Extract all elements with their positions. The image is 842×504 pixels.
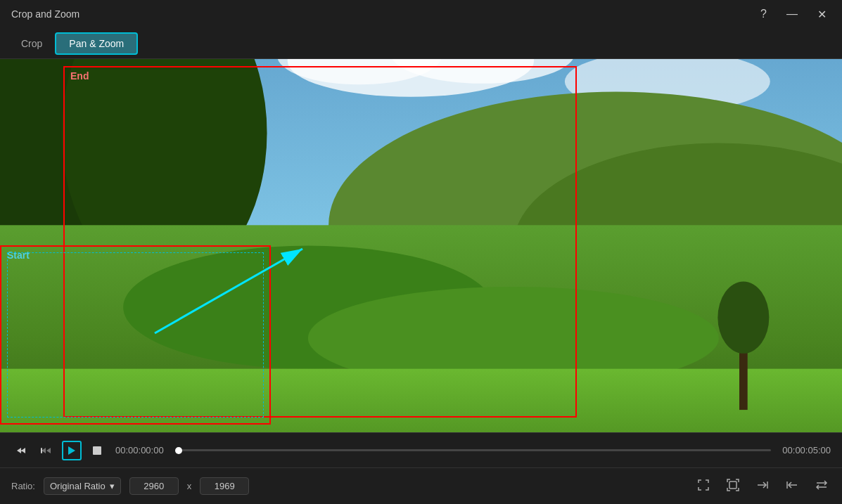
align-left-icon[interactable] [783, 476, 801, 497]
svg-point-15 [717, 282, 769, 354]
time-current: 00:00:00:00 [115, 445, 164, 455]
play-button[interactable] [62, 441, 82, 460]
end-label: End [70, 70, 89, 82]
stop-button[interactable] [87, 441, 107, 460]
ratio-label: Ratio: [11, 481, 35, 491]
dimension-separator: x [187, 481, 192, 491]
ratio-chevron-icon: ▾ [110, 481, 115, 491]
svg-marker-19 [68, 446, 75, 455]
bottom-icons [694, 476, 831, 497]
fit-icon[interactable] [694, 476, 713, 497]
align-right-icon[interactable] [753, 476, 772, 497]
window-title: Crop and Zoom [11, 8, 79, 20]
title-bar: Crop and Zoom ? — ✕ [0, 0, 842, 28]
tab-pan-zoom[interactable]: Pan & Zoom [55, 32, 138, 55]
close-button[interactable]: ✕ [813, 6, 831, 22]
tab-crop[interactable]: Crop [8, 34, 55, 53]
svg-rect-20 [93, 446, 101, 455]
height-input[interactable] [200, 477, 249, 495]
controls-bar: 00:00:00:00 00:00:05:00 [0, 432, 842, 467]
svg-rect-18 [41, 448, 42, 453]
tabs-row: Crop Pan & Zoom [0, 28, 842, 59]
timeline-slider[interactable] [175, 449, 772, 451]
window-controls: ? — ✕ [756, 6, 831, 22]
width-input[interactable] [129, 477, 179, 495]
main-area: End Start [0, 59, 842, 432]
rewind-button[interactable] [11, 441, 31, 460]
bottom-bar: Ratio: Original Ratio ▾ x [0, 467, 842, 504]
swap-icon[interactable] [812, 476, 831, 497]
expand-icon[interactable] [724, 476, 742, 497]
minimize-button[interactable]: — [782, 6, 802, 22]
timeline-handle[interactable] [175, 447, 182, 454]
step-back-button[interactable] [37, 441, 56, 460]
help-button[interactable]: ? [756, 6, 771, 22]
ratio-selected-value: Original Ratio [50, 481, 106, 491]
video-canvas: End Start [0, 59, 842, 432]
time-end: 00:00:05:00 [782, 445, 831, 455]
ratio-select[interactable]: Original Ratio ▾ [44, 477, 121, 495]
crop-region[interactable] [7, 252, 264, 418]
svg-rect-21 [729, 482, 736, 489]
